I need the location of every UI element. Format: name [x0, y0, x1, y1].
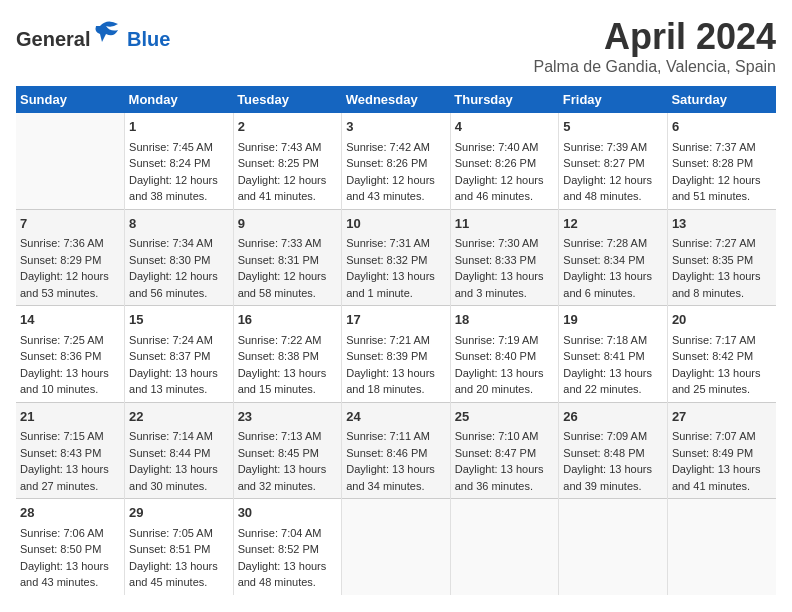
cell-text: and 43 minutes.	[20, 574, 120, 591]
cell-text: and 56 minutes.	[129, 285, 229, 302]
cell-text: Daylight: 13 hours	[563, 365, 663, 382]
cell-text: Sunset: 8:24 PM	[129, 155, 229, 172]
calendar-cell-w3-d3: 16Sunrise: 7:22 AMSunset: 8:38 PMDayligh…	[233, 306, 342, 403]
cell-text: Sunrise: 7:09 AM	[563, 428, 663, 445]
day-number: 11	[455, 214, 555, 234]
cell-text: Sunset: 8:48 PM	[563, 445, 663, 462]
cell-text: and 39 minutes.	[563, 478, 663, 495]
cell-text: and 1 minute.	[346, 285, 446, 302]
calendar-cell-w1-d3: 2Sunrise: 7:43 AMSunset: 8:25 PMDaylight…	[233, 113, 342, 209]
cell-text: Daylight: 13 hours	[20, 461, 120, 478]
cell-text: Daylight: 13 hours	[346, 268, 446, 285]
cell-text: Daylight: 13 hours	[672, 365, 772, 382]
cell-text: and 6 minutes.	[563, 285, 663, 302]
cell-text: Sunrise: 7:18 AM	[563, 332, 663, 349]
cell-text: Sunset: 8:50 PM	[20, 541, 120, 558]
cell-text: and 53 minutes.	[20, 285, 120, 302]
cell-text: and 15 minutes.	[238, 381, 338, 398]
cell-text: Daylight: 13 hours	[563, 268, 663, 285]
cell-text: Sunset: 8:40 PM	[455, 348, 555, 365]
day-number: 1	[129, 117, 229, 137]
calendar-cell-w1-d1	[16, 113, 125, 209]
day-number: 12	[563, 214, 663, 234]
cell-text: Sunset: 8:27 PM	[563, 155, 663, 172]
cell-text: Sunrise: 7:17 AM	[672, 332, 772, 349]
day-number: 19	[563, 310, 663, 330]
day-number: 10	[346, 214, 446, 234]
day-number: 7	[20, 214, 120, 234]
cell-text: Sunset: 8:43 PM	[20, 445, 120, 462]
col-header-thursday: Thursday	[450, 86, 559, 113]
cell-text: and 18 minutes.	[346, 381, 446, 398]
cell-text: and 10 minutes.	[20, 381, 120, 398]
cell-text: Sunrise: 7:14 AM	[129, 428, 229, 445]
day-number: 6	[672, 117, 772, 137]
cell-text: Sunset: 8:26 PM	[455, 155, 555, 172]
cell-text: Sunset: 8:37 PM	[129, 348, 229, 365]
calendar-cell-w2-d1: 7Sunrise: 7:36 AMSunset: 8:29 PMDaylight…	[16, 209, 125, 306]
cell-text: Sunrise: 7:11 AM	[346, 428, 446, 445]
cell-text: Sunrise: 7:43 AM	[238, 139, 338, 156]
cell-text: Sunset: 8:45 PM	[238, 445, 338, 462]
cell-text: and 20 minutes.	[455, 381, 555, 398]
calendar-cell-w5-d3: 30Sunrise: 7:04 AMSunset: 8:52 PMDayligh…	[233, 499, 342, 595]
cell-text: Daylight: 12 hours	[238, 268, 338, 285]
cell-text: Sunset: 8:41 PM	[563, 348, 663, 365]
day-number: 23	[238, 407, 338, 427]
calendar-cell-w2-d7: 13Sunrise: 7:27 AMSunset: 8:35 PMDayligh…	[667, 209, 776, 306]
calendar-cell-w3-d2: 15Sunrise: 7:24 AMSunset: 8:37 PMDayligh…	[125, 306, 234, 403]
cell-text: Daylight: 13 hours	[129, 558, 229, 575]
cell-text: Daylight: 13 hours	[455, 365, 555, 382]
cell-text: and 43 minutes.	[346, 188, 446, 205]
col-header-saturday: Saturday	[667, 86, 776, 113]
cell-text: Daylight: 12 hours	[455, 172, 555, 189]
cell-text: Sunset: 8:32 PM	[346, 252, 446, 269]
day-number: 22	[129, 407, 229, 427]
cell-text: Sunrise: 7:15 AM	[20, 428, 120, 445]
day-number: 5	[563, 117, 663, 137]
cell-text: Daylight: 13 hours	[346, 461, 446, 478]
cell-text: Sunset: 8:34 PM	[563, 252, 663, 269]
cell-text: Sunset: 8:26 PM	[346, 155, 446, 172]
cell-text: and 3 minutes.	[455, 285, 555, 302]
calendar-cell-w4-d7: 27Sunrise: 7:07 AMSunset: 8:49 PMDayligh…	[667, 402, 776, 499]
cell-text: Daylight: 13 hours	[672, 268, 772, 285]
calendar-cell-w4-d3: 23Sunrise: 7:13 AMSunset: 8:45 PMDayligh…	[233, 402, 342, 499]
cell-text: Sunset: 8:38 PM	[238, 348, 338, 365]
cell-text: Sunrise: 7:21 AM	[346, 332, 446, 349]
calendar-week-2: 7Sunrise: 7:36 AMSunset: 8:29 PMDaylight…	[16, 209, 776, 306]
calendar-cell-w5-d7	[667, 499, 776, 595]
title-area: April 2024 Palma de Gandia, Valencia, Sp…	[533, 16, 776, 76]
day-number: 20	[672, 310, 772, 330]
cell-text: Sunrise: 7:36 AM	[20, 235, 120, 252]
calendar-cell-w4-d5: 25Sunrise: 7:10 AMSunset: 8:47 PMDayligh…	[450, 402, 559, 499]
cell-text: Daylight: 12 hours	[129, 172, 229, 189]
cell-text: Sunset: 8:31 PM	[238, 252, 338, 269]
calendar-cell-w4-d1: 21Sunrise: 7:15 AMSunset: 8:43 PMDayligh…	[16, 402, 125, 499]
cell-text: and 46 minutes.	[455, 188, 555, 205]
calendar-cell-w4-d6: 26Sunrise: 7:09 AMSunset: 8:48 PMDayligh…	[559, 402, 668, 499]
cell-text: Sunset: 8:46 PM	[346, 445, 446, 462]
cell-text: Sunrise: 7:31 AM	[346, 235, 446, 252]
cell-text: and 48 minutes.	[238, 574, 338, 591]
cell-text: Daylight: 12 hours	[563, 172, 663, 189]
calendar-cell-w2-d5: 11Sunrise: 7:30 AMSunset: 8:33 PMDayligh…	[450, 209, 559, 306]
calendar-cell-w1-d7: 6Sunrise: 7:37 AMSunset: 8:28 PMDaylight…	[667, 113, 776, 209]
calendar-cell-w2-d3: 9Sunrise: 7:33 AMSunset: 8:31 PMDaylight…	[233, 209, 342, 306]
calendar-cell-w5-d6	[559, 499, 668, 595]
col-header-sunday: Sunday	[16, 86, 125, 113]
day-number: 27	[672, 407, 772, 427]
logo-general: General	[16, 28, 90, 50]
cell-text: Daylight: 13 hours	[129, 365, 229, 382]
calendar-table: SundayMondayTuesdayWednesdayThursdayFrid…	[16, 86, 776, 595]
calendar-cell-w1-d5: 4Sunrise: 7:40 AMSunset: 8:26 PMDaylight…	[450, 113, 559, 209]
calendar-week-1: 1Sunrise: 7:45 AMSunset: 8:24 PMDaylight…	[16, 113, 776, 209]
cell-text: Daylight: 12 hours	[238, 172, 338, 189]
day-number: 9	[238, 214, 338, 234]
cell-text: and 8 minutes.	[672, 285, 772, 302]
cell-text: Sunrise: 7:40 AM	[455, 139, 555, 156]
calendar-week-3: 14Sunrise: 7:25 AMSunset: 8:36 PMDayligh…	[16, 306, 776, 403]
cell-text: Daylight: 12 hours	[346, 172, 446, 189]
day-number: 3	[346, 117, 446, 137]
cell-text: Sunrise: 7:45 AM	[129, 139, 229, 156]
